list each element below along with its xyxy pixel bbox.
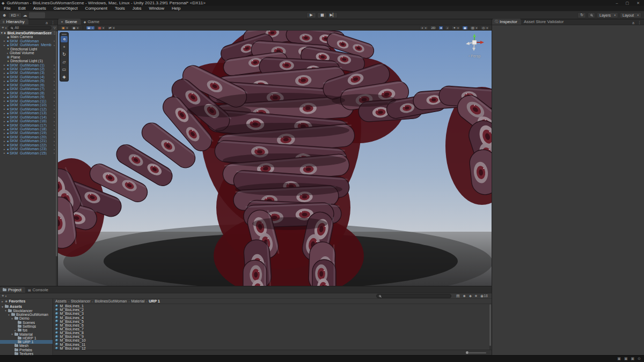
favorites-row[interactable]: ▸★ Favorites xyxy=(0,299,53,303)
hierarchy-item[interactable]: ▸■SKM_GutWoman (9)› xyxy=(0,95,57,99)
open-prefab-arrow[interactable]: › xyxy=(54,91,55,94)
hierarchy-item[interactable]: ▸■SKM_GutWoman (13)› xyxy=(0,111,57,115)
open-prefab-arrow[interactable]: › xyxy=(54,123,55,127)
hierarchy-item[interactable]: ▸■SKM_GutWoman (14)› xyxy=(0,115,57,119)
tree-item-assets[interactable]: ▾Assets xyxy=(0,305,53,308)
open-prefab-arrow[interactable]: › xyxy=(54,135,55,138)
play-button[interactable]: ▶ xyxy=(306,12,316,18)
open-prefab-arrow[interactable]: › xyxy=(54,79,55,83)
open-prefab-arrow[interactable]: › xyxy=(54,39,55,42)
hierarchy-item[interactable]: ▸■SKM_GutWoman (22)› xyxy=(0,143,57,147)
hierarchy-item[interactable]: ▸■SKM_GutWoman (23)› xyxy=(0,147,57,151)
effects-dropdown[interactable]: ✦▾ xyxy=(451,26,460,30)
open-prefab-arrow[interactable]: › xyxy=(54,83,55,86)
tree-item-scenes[interactable]: Scenes xyxy=(0,320,53,324)
layers-dropdown[interactable]: Layers▾ xyxy=(597,12,618,18)
open-prefab-arrow[interactable]: › xyxy=(54,75,55,78)
foldout-arrow-icon[interactable]: ▾ xyxy=(8,313,10,316)
breadcrumb-segment[interactable]: Material xyxy=(131,299,144,303)
rotate-tool-button[interactable]: ↻ xyxy=(61,51,68,57)
hierarchy-item[interactable]: ▸■SKM_GutWoman (16)› xyxy=(0,119,57,123)
asset-item[interactable]: M_BioLines_3 xyxy=(53,312,492,315)
menu-edit[interactable]: Edit xyxy=(14,6,30,11)
asset-item[interactable]: M_BioLines_2 xyxy=(53,308,492,312)
tab-project[interactable]: Project xyxy=(0,287,25,293)
hierarchy-item[interactable]: ▦Plane xyxy=(0,55,57,58)
move-tool-button[interactable]: + xyxy=(61,43,68,50)
view-tool-button[interactable] xyxy=(61,36,68,42)
menu-gameobject[interactable]: GameObject xyxy=(50,6,82,11)
hierarchy-item[interactable]: ◉Main Camera xyxy=(0,35,57,39)
hierarchy-item[interactable]: ▸■SKM_GutWoman_Memb› xyxy=(0,43,57,47)
thumbnail-zoom-slider[interactable] xyxy=(466,351,486,354)
scene-visibility-toggle[interactable]: ◉ xyxy=(462,26,468,30)
activity-icon-1[interactable]: ▣ xyxy=(617,357,621,361)
asset-item[interactable]: M_BioLines_7 xyxy=(53,327,492,331)
hierarchy-item[interactable]: ▸■SKM_GutWoman (17)› xyxy=(0,123,57,127)
asset-item[interactable]: M_BioLines_8 xyxy=(53,331,492,335)
asset-item[interactable]: M_BioLines_5 xyxy=(53,320,492,323)
hierarchy-scrollbar[interactable] xyxy=(56,31,57,286)
save-search-icon[interactable]: ★ xyxy=(474,294,478,298)
hierarchy-item[interactable]: ▸■SKM_GutWoman (18)› xyxy=(0,127,57,131)
open-prefab-arrow[interactable]: › xyxy=(54,131,55,135)
grid-visibility-dropdown[interactable]: ⊞▾ xyxy=(86,26,95,30)
lock-icon[interactable]: a xyxy=(46,21,48,25)
foldout-arrow-icon[interactable]: ▾ xyxy=(4,309,7,312)
breadcrumb-segment[interactable]: BiolinesGutWoman xyxy=(95,299,127,303)
orientation-gizmo[interactable]: ‹ Persp xyxy=(463,33,486,58)
hierarchy-item[interactable]: ▸■SKM_GutWoman (1)› xyxy=(0,63,57,67)
foldout-arrow-icon[interactable]: ▾ xyxy=(11,333,13,336)
gizmos-dropdown[interactable]: ◎▾ xyxy=(480,26,489,30)
hierarchy-item[interactable]: ◐Global Volume xyxy=(0,51,57,55)
step-button[interactable]: ▶▏ xyxy=(328,12,338,18)
open-prefab-arrow[interactable]: › xyxy=(54,104,55,107)
tree-item-settings[interactable]: Settings xyxy=(0,324,53,328)
open-prefab-arrow[interactable]: › xyxy=(54,115,55,119)
menu-help[interactable]: Help xyxy=(168,6,184,11)
tree-item-material[interactable]: ▾Material xyxy=(0,332,53,336)
tree-item-mesh[interactable]: Mesh xyxy=(0,344,53,348)
hierarchy-item[interactable]: ▸■SKM_GutWoman (19)› xyxy=(0,131,57,135)
component-filter-dropdown[interactable]: ▥▾ xyxy=(470,26,479,30)
scale-tool-button[interactable]: ▱ xyxy=(61,58,68,65)
open-prefab-arrow[interactable]: › xyxy=(54,67,55,70)
hierarchy-item[interactable]: ▸■SKM_GutWoman (4)› xyxy=(0,75,57,79)
open-prefab-arrow[interactable]: › xyxy=(54,151,55,154)
hierarchy-item[interactable]: ✶Directional Light xyxy=(0,47,57,50)
asset-item[interactable]: M_BioLines_4 xyxy=(53,315,492,319)
account-dropdown[interactable]: KD▾ xyxy=(8,12,21,18)
tree-item-biolinesgutwoman[interactable]: ▾BiolinesGutWoman xyxy=(0,313,53,316)
hierarchy-item[interactable]: ▸■SKM_GutWoman (11)› xyxy=(0,99,57,103)
menu-file[interactable]: File xyxy=(0,6,14,11)
progress-spinner-icon[interactable]: ⊙ xyxy=(638,357,641,361)
hierarchy-item[interactable]: ▸■SKM_GutWoman (2)› xyxy=(0,67,57,71)
asset-item[interactable]: M_BioLines_9 xyxy=(53,335,492,338)
breadcrumb-segment[interactable]: Assets xyxy=(55,299,67,303)
menu-window[interactable]: Window xyxy=(145,6,168,11)
tab-inspector[interactable]: ⓘ Inspector xyxy=(492,19,521,25)
tab-scene[interactable]: ✦ Scene xyxy=(58,19,81,25)
camera-align-dropdown[interactable]: ⇄▾ xyxy=(107,26,116,30)
tab-hierarchy[interactable]: ≡ Hierarchy xyxy=(0,19,28,25)
search-by-label-icon[interactable]: ⬥ xyxy=(469,294,472,298)
2d-toggle[interactable]: 2D xyxy=(430,26,437,30)
pause-button[interactable]: ▮▮ xyxy=(317,12,327,18)
rect-tool-button[interactable]: ▭ xyxy=(61,66,68,72)
search-button[interactable] xyxy=(588,12,595,18)
shading-mode-dropdown[interactable]: ◐▾ xyxy=(420,26,428,30)
tab-console[interactable]: ▤ Console xyxy=(25,287,52,293)
asset-item[interactable]: M_BioLines_10 xyxy=(53,338,492,342)
orientation-dropdown[interactable]: ▦▾ xyxy=(97,26,106,30)
asset-item[interactable]: M_BioLines_11 xyxy=(53,343,492,346)
scene-header-row[interactable]: ▾ ✦ BioLinesGutWomanScen ⋮ xyxy=(0,31,57,35)
tree-item-urp-1[interactable]: URP 1 xyxy=(0,340,53,344)
transform-tool-button[interactable]: ◈ xyxy=(61,73,68,80)
menu-jobs[interactable]: Jobs xyxy=(129,6,145,11)
open-prefab-arrow[interactable]: › xyxy=(54,95,55,99)
foldout-arrow-icon[interactable]: ▸ xyxy=(14,329,17,332)
open-prefab-arrow[interactable]: › xyxy=(54,112,55,115)
close-button[interactable]: ✕ xyxy=(636,1,640,5)
tool-settings-dropdown[interactable]: ▣▾ xyxy=(60,26,69,30)
open-prefab-arrow[interactable]: › xyxy=(54,71,55,75)
